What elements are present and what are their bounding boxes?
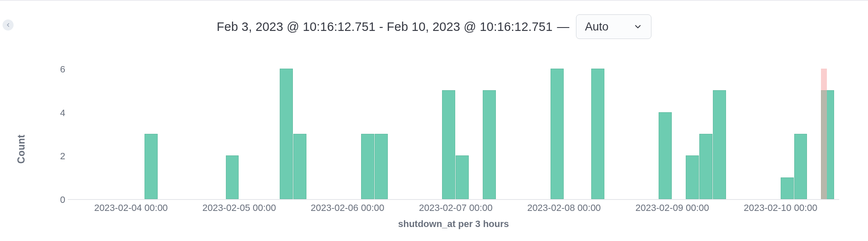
histogram-bar[interactable]	[226, 155, 239, 199]
x-tick-label: 2023-02-06 00:00	[311, 202, 384, 213]
histogram-bar[interactable]	[659, 112, 672, 199]
partial-bucket-overlay	[821, 69, 827, 199]
histogram-bar[interactable]	[483, 90, 496, 199]
y-tick-label: 6	[51, 64, 65, 75]
histogram-panel: Feb 3, 2023 @ 10:16:12.751 - Feb 10, 202…	[0, 0, 868, 241]
interval-select-value: Auto	[585, 20, 609, 33]
y-axis-ticks: 0246	[51, 69, 65, 200]
x-tick-label: 2023-02-07 00:00	[419, 202, 492, 213]
histogram-bar[interactable]	[794, 134, 807, 199]
y-axis-label: Count	[16, 135, 27, 164]
x-tick-label: 2023-02-08 00:00	[527, 202, 601, 213]
x-tick-label: 2023-02-05 00:00	[203, 202, 276, 213]
interval-select[interactable]: Auto	[576, 14, 651, 39]
time-range-text: Feb 3, 2023 @ 10:16:12.751 - Feb 10, 202…	[217, 20, 569, 34]
histogram-bar[interactable]	[456, 155, 469, 199]
y-tick-label: 4	[51, 108, 65, 119]
x-tick-label: 2023-02-09 00:00	[635, 202, 709, 213]
y-tick-label: 2	[51, 151, 65, 162]
histogram-bar[interactable]	[591, 69, 604, 199]
x-tick-label: 2023-02-10 00:00	[744, 202, 818, 213]
histogram-bar[interactable]	[699, 134, 712, 199]
y-tick-label: 0	[51, 194, 65, 205]
x-axis-ticks: 2023-02-04 00:002023-02-05 00:002023-02-…	[68, 202, 839, 215]
histogram-bar[interactable]	[781, 177, 794, 199]
histogram-chart: Count 0246 2023-02-04 00:002023-02-05 00…	[21, 69, 839, 230]
histogram-bar[interactable]	[686, 155, 699, 199]
range-em-dash: —	[557, 20, 569, 33]
histogram-bar[interactable]	[293, 134, 306, 199]
histogram-bar[interactable]	[551, 69, 564, 199]
plot-area[interactable]	[68, 69, 839, 200]
histogram-bar[interactable]	[375, 134, 388, 199]
histogram-bar[interactable]	[280, 69, 293, 199]
histogram-bar[interactable]	[713, 90, 726, 199]
histogram-bar[interactable]	[145, 134, 158, 199]
x-axis-label: shutdown_at per 3 hours	[68, 219, 839, 230]
histogram-bar[interactable]	[442, 90, 455, 199]
chart-header: Feb 3, 2023 @ 10:16:12.751 - Feb 10, 202…	[0, 14, 868, 39]
chevron-down-icon	[633, 22, 643, 31]
time-range-value: Feb 3, 2023 @ 10:16:12.751 - Feb 10, 202…	[217, 20, 552, 33]
x-tick-label: 2023-02-04 00:00	[94, 202, 168, 213]
histogram-bar[interactable]	[361, 134, 374, 199]
